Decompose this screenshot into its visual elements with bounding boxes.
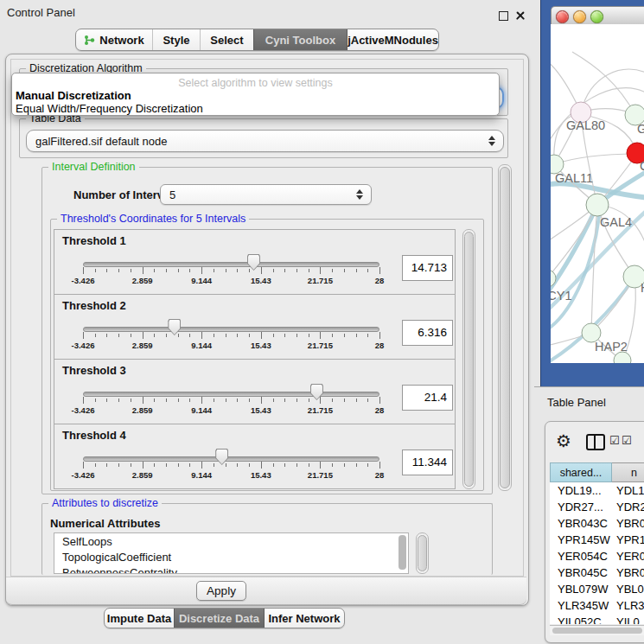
close-traffic-light-icon[interactable] [556, 10, 569, 23]
tick-mark [249, 399, 250, 402]
cell-shared-name[interactable]: YBR043C [550, 517, 612, 530]
table-row[interactable]: YDL19...YDL1 [550, 482, 644, 499]
cell-name[interactable]: YIL0 [612, 615, 640, 624]
zoom-traffic-light-icon[interactable] [590, 10, 603, 23]
tick-mark [332, 269, 333, 272]
tick-mark [118, 463, 119, 467]
axis-tick-label: 2.859 [132, 470, 153, 480]
minimize-traffic-light-icon[interactable] [573, 10, 586, 23]
table-row[interactable]: YPR145WYPR1 [550, 532, 644, 548]
thresholds-scrollbar[interactable] [462, 229, 475, 489]
control-panel-tabbar: Network Style Select Cyni Toolbox jActiv… [75, 29, 439, 51]
tick-mark [95, 334, 96, 337]
cell-shared-name[interactable]: YBL079W [550, 583, 612, 596]
tick-mark [154, 399, 155, 402]
table-row[interactable]: YBL079WYBL0 [550, 581, 644, 597]
column-header-name[interactable]: n [612, 462, 644, 482]
close-icon[interactable] [515, 10, 526, 21]
table-data-combobox[interactable]: galFiltered.sif default node [26, 130, 504, 152]
tick-mark [379, 267, 380, 274]
cell-shared-name[interactable]: YIL052C [550, 615, 612, 624]
cell-name[interactable]: YBR0 [612, 517, 644, 530]
axis-tick-label: 9.144 [191, 405, 212, 415]
axis-tick-label: 28 [375, 405, 385, 415]
network-canvas[interactable]: GAL80GACGAL11GAL4GCY1HHAP2 [551, 24, 644, 363]
tab-cyni-toolbox-label: Cyni Toolbox [265, 34, 335, 47]
network-window-titlebar[interactable] [551, 6, 644, 26]
scrollbar-thumb[interactable] [418, 535, 427, 571]
threshold-2-value-field[interactable]: 6.316 [402, 320, 453, 346]
table-row[interactable]: YDR27...YDR2 [550, 499, 644, 515]
table-row[interactable]: YLR345WYLR3 [550, 597, 644, 614]
cell-name[interactable]: YDL1 [612, 484, 644, 497]
table-row[interactable]: YER054CYER0 [550, 548, 644, 564]
axis-tick-label: 15.43 [251, 341, 271, 350]
gear-icon[interactable]: ⚙ [556, 431, 571, 450]
slider-axis-labels: -3.4262.8599.14415.4321.71528 [83, 470, 379, 480]
tick-mark [131, 334, 131, 337]
tick-mark [284, 463, 285, 467]
threshold-3-slider: -3.4262.8599.14415.4321.71528 [83, 360, 379, 424]
table-row[interactable]: YBR045CYBR0 [550, 564, 644, 581]
float-window-icon[interactable] [499, 11, 508, 21]
checkbox-icon[interactable]: ☑ [622, 434, 632, 447]
table-horizontal-scrollbar[interactable] [550, 625, 644, 635]
scrollbar-thumb[interactable] [552, 628, 642, 634]
attribute-list-item[interactable]: TopologicalCoefficient [54, 549, 408, 564]
tick-mark [356, 269, 357, 272]
algorithm-option-equal-width[interactable]: Equal Width/Frequency Discretization [15, 102, 496, 115]
scrollbar-thumb[interactable] [464, 232, 474, 487]
threshold-3-value-field[interactable]: 21.4 [402, 385, 453, 411]
cell-shared-name[interactable]: YPR145W [550, 533, 612, 546]
attribute-list-item[interactable]: BetweennessCentrality [54, 564, 408, 574]
tab-jactivemnodules-label: jActiveMNodules [348, 34, 438, 47]
application-window: Control Panel Network Style Select Cyni … [0, 0, 644, 644]
tab-network-label: Network [99, 34, 143, 47]
split-view-icon[interactable] [586, 434, 605, 450]
cell-shared-name[interactable]: YDR27... [550, 501, 612, 513]
tick-mark [178, 399, 179, 402]
apply-button[interactable]: Apply [196, 581, 246, 601]
tick-mark [118, 334, 119, 337]
apply-bar [6, 577, 526, 605]
cell-name[interactable]: YBR0 [612, 566, 644, 579]
cell-name[interactable]: YPR1 [612, 533, 644, 546]
table-data-selected-value: galFiltered.sif default node [27, 135, 488, 148]
cell-name[interactable]: YLR3 [612, 599, 644, 612]
tab-infer-network[interactable]: Infer Network [264, 609, 344, 628]
tick-mark [237, 334, 238, 337]
tab-impute-data[interactable]: Impute Data [105, 609, 174, 628]
cell-shared-name[interactable]: YBR045C [550, 566, 612, 579]
settings-scrollbar[interactable] [498, 164, 512, 491]
attributes-scrollbar[interactable] [416, 532, 429, 574]
scrollbar-thumb[interactable] [399, 535, 406, 570]
table-row[interactable]: YBR043CYBR0 [550, 515, 644, 532]
cell-shared-name[interactable]: YLR345W [550, 599, 612, 612]
algorithm-option-manual[interactable]: Manual Discretization [15, 89, 496, 102]
checkbox-icon[interactable]: ☑ [609, 434, 620, 447]
number-of-intervals-combobox[interactable]: 5 [160, 184, 372, 205]
cell-shared-name[interactable]: YDL19... [550, 484, 612, 497]
column-header-shared-name[interactable]: shared... [550, 462, 612, 482]
numerical-attributes-list[interactable]: SelfLoopsTopologicalCoefficientBetweenne… [54, 532, 409, 574]
cell-shared-name[interactable]: YER054C [550, 550, 612, 563]
network-node-gal4[interactable] [586, 194, 609, 216]
tab-jactivemnodules[interactable]: jActiveMNodules [347, 29, 438, 50]
tick-mark [214, 269, 214, 272]
tab-select[interactable]: Select [200, 29, 253, 50]
tab-cyni-toolbox[interactable]: Cyni Toolbox [253, 29, 347, 50]
cell-name[interactable]: YDR2 [612, 501, 644, 513]
tab-style[interactable]: Style [152, 29, 200, 50]
threshold-1-value-field[interactable]: 14.713 [402, 255, 453, 281]
tick-mark [178, 269, 179, 272]
table-body[interactable]: YDL19...YDL1YDR27...YDR2YBR043CYBR0YPR14… [550, 482, 644, 624]
attribute-list-item[interactable]: SelfLoops [54, 533, 408, 549]
tab-discretize-data[interactable]: Discretize Data [174, 609, 264, 628]
cell-name[interactable]: YBL0 [612, 583, 644, 596]
table-row[interactable]: YIL052CYIL0 [550, 614, 644, 624]
threshold-4-value-field[interactable]: 11.344 [402, 450, 453, 475]
tab-network[interactable]: Network [76, 29, 152, 50]
scrollbar-thumb[interactable] [500, 167, 510, 488]
tick-mark [273, 269, 274, 272]
cell-name[interactable]: YER0 [612, 550, 644, 563]
